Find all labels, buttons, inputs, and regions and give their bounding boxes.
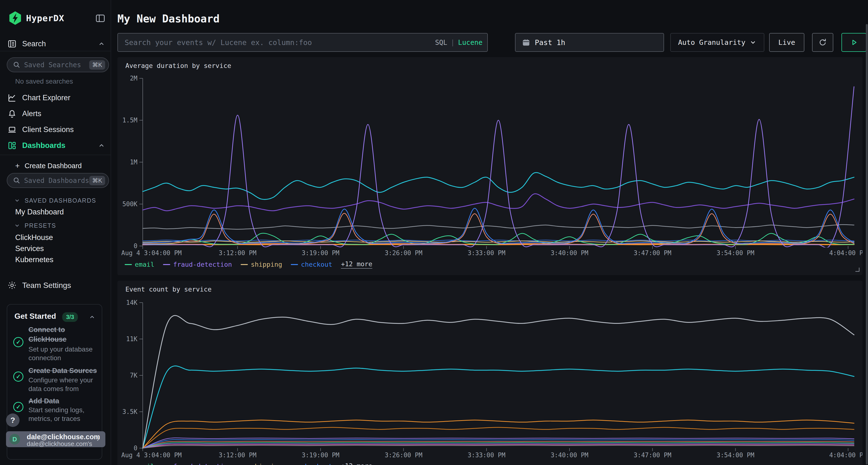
legend-swatch: [241, 264, 248, 265]
avg-duration-chart[interactable]: 2M1.5M1M500K0Aug 4 3:04:00 PM3:12:00 PM3…: [117, 57, 863, 275]
sidebar-item-services[interactable]: Services: [0, 243, 111, 254]
chart-panel-avg-duration: Average duration by service 2M1.5M1M500K…: [117, 57, 863, 275]
sidebar-item-chart-explorer[interactable]: Chart Explorer: [0, 92, 111, 104]
event-search-box: SQL | Lucene: [117, 33, 488, 52]
sidebar-item-label: Team Settings: [22, 281, 71, 290]
search-icon: [12, 61, 21, 69]
legend-item[interactable]: fraud-detection: [163, 463, 232, 465]
legend-swatch: [125, 264, 132, 265]
sidebar-item-search[interactable]: Search: [0, 38, 111, 50]
legend-label: fraud-detection: [173, 463, 232, 465]
legend-more-link[interactable]: +12 more: [341, 260, 372, 269]
scrollbar[interactable]: [866, 24, 868, 465]
event-search-input[interactable]: [125, 33, 426, 51]
legend-label: email: [135, 261, 154, 268]
time-range-picker[interactable]: Past 1h: [515, 33, 664, 52]
saved-searches-input[interactable]: [24, 61, 89, 69]
help-button[interactable]: ?: [6, 413, 20, 427]
saved-dashboards-input[interactable]: [24, 176, 89, 185]
bell-icon: [7, 109, 17, 119]
sidebar-item-label: Alerts: [22, 109, 41, 118]
user-menu[interactable]: D dale@clickhouse.com dale@clickhouse.co…: [6, 431, 105, 447]
svg-text:3:26:00 PM: 3:26:00 PM: [384, 250, 423, 257]
shortcut-badge: ⌘K: [89, 60, 105, 70]
task-title: Add Data: [28, 396, 101, 406]
legend-label: email: [135, 463, 154, 465]
user-org: dale@clickhouse.com's: [27, 440, 92, 447]
svg-text:3:33:00 PM: 3:33:00 PM: [468, 250, 506, 257]
svg-text:500K: 500K: [122, 200, 137, 208]
svg-text:3:54:00 PM: 3:54:00 PM: [717, 250, 754, 257]
legend-label: checkout: [301, 463, 332, 465]
sidebar-item-dashboards[interactable]: Dashboards: [0, 139, 111, 152]
dashboards-icon: [7, 141, 17, 150]
calendar-icon: [522, 38, 530, 47]
saved-dashboards-search[interactable]: ⌘K: [7, 173, 109, 188]
lucene-toggle[interactable]: Lucene: [458, 38, 483, 46]
legend-item[interactable]: email: [125, 261, 154, 268]
sidebar-item-alerts[interactable]: Alerts: [0, 107, 111, 120]
page-title: My New Dashboard: [117, 12, 220, 25]
gear-icon: [7, 280, 17, 290]
sidebar-item-client-sessions[interactable]: Client Sessions: [0, 123, 111, 136]
svg-text:3:12:00 PM: 3:12:00 PM: [219, 250, 256, 257]
legend-item[interactable]: checkout: [291, 261, 332, 268]
svg-text:3:19:00 PM: 3:19:00 PM: [302, 452, 340, 459]
create-dashboard-button[interactable]: + Create Dashboard: [0, 160, 111, 171]
refresh-button[interactable]: [812, 33, 833, 52]
panel-resize-handle[interactable]: [855, 267, 860, 272]
sql-toggle[interactable]: SQL: [435, 38, 447, 46]
laptop-icon: [7, 125, 17, 134]
svg-text:3:12:00 PM: 3:12:00 PM: [219, 452, 256, 459]
chevron-right-icon: [95, 436, 101, 442]
plus-icon: +: [15, 161, 20, 170]
sidebar-item-label: Client Sessions: [22, 125, 74, 134]
legend-more-link[interactable]: +12 more: [341, 462, 372, 465]
get-started-title: Get Started: [14, 312, 56, 321]
saved-searches-search[interactable]: ⌘K: [7, 57, 109, 72]
preset-link-label: ClickHouse: [15, 233, 53, 242]
legend-item[interactable]: shipping: [241, 463, 282, 465]
sidebar-item-team-settings[interactable]: Team Settings: [0, 279, 111, 292]
live-button[interactable]: Live: [769, 33, 804, 52]
granularity-value: Auto Granularity: [678, 38, 745, 46]
sidebar-collapse-icon[interactable]: [95, 13, 105, 24]
legend-item[interactable]: email: [125, 463, 154, 465]
no-saved-searches-text: No saved searches: [15, 77, 73, 85]
check-circle-icon: ✓: [13, 371, 23, 381]
section-saved-dashboards[interactable]: SAVED DASHBOARDS: [0, 196, 111, 205]
sidebar-item-kubernetes[interactable]: Kubernetes: [0, 255, 111, 265]
legend-swatch: [163, 264, 170, 265]
user-email: dale@clickhouse.com: [27, 433, 100, 441]
chevron-up-icon: [98, 142, 105, 149]
legend-item[interactable]: checkout: [291, 463, 332, 465]
legend-item[interactable]: fraud-detection: [163, 261, 232, 268]
brand: HyperDX: [9, 11, 64, 25]
svg-text:3:40:00 PM: 3:40:00 PM: [551, 452, 589, 459]
question-mark-icon: ?: [10, 416, 15, 425]
sidebar-item-my-dashboard[interactable]: My Dashboard: [0, 207, 111, 217]
granularity-dropdown[interactable]: Auto Granularity: [670, 33, 764, 52]
event-count-chart[interactable]: 14K11K7K3.5K0Aug 4 3:04:00 PM3:12:00 PM3…: [117, 281, 863, 465]
chevron-up-icon[interactable]: [89, 314, 95, 321]
svg-text:1.5M: 1.5M: [122, 117, 137, 124]
svg-text:3:47:00 PM: 3:47:00 PM: [633, 452, 672, 459]
svg-text:1M: 1M: [130, 159, 137, 166]
task-description: Configure where your data comes from: [28, 376, 101, 393]
chevron-down-icon: [14, 197, 20, 204]
svg-text:2M: 2M: [130, 75, 137, 82]
run-query-button[interactable]: [841, 33, 866, 52]
check-circle-icon: ✓: [13, 402, 23, 412]
sidebar-divider: [0, 155, 111, 155]
legend-item[interactable]: shipping: [241, 261, 282, 268]
svg-text:11K: 11K: [126, 335, 137, 343]
sidebar: HyperDX Search ⌘K No saved searches: [0, 0, 111, 465]
section-label: SAVED DASHBOARDS: [25, 197, 96, 204]
svg-text:Aug 4 3:04:00 PM: Aug 4 3:04:00 PM: [121, 452, 182, 459]
sidebar-item-clickhouse[interactable]: ClickHouse: [0, 232, 111, 243]
svg-text:14K: 14K: [126, 299, 137, 306]
section-presets[interactable]: PRESETS: [0, 221, 111, 230]
legend-label: shipping: [251, 261, 282, 268]
create-dashboard-label: Create Dashboard: [25, 162, 82, 170]
search-icon: [12, 176, 21, 185]
